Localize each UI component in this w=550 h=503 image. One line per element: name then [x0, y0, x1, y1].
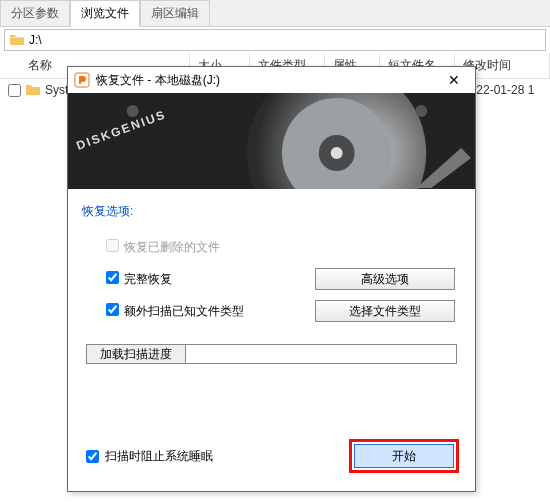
close-icon[interactable]: ✕ [439, 72, 469, 88]
tab-sector-edit[interactable]: 扇区编辑 [140, 0, 210, 26]
chk-sleep[interactable] [86, 450, 99, 463]
lbl-full: 完整恢复 [124, 271, 315, 288]
app-icon [74, 72, 90, 88]
lbl-deleted: 恢复已删除的文件 [124, 239, 455, 256]
dialog-title: 恢复文件 - 本地磁盘(J:) [96, 72, 439, 89]
start-button[interactable]: 开始 [354, 444, 454, 468]
lbl-sleep: 扫描时阻止系统睡眠 [105, 448, 349, 465]
progress-row: 加载扫描进度 [68, 344, 475, 364]
start-highlight: 开始 [349, 439, 459, 473]
dialog-footer: 扫描时阻止系统睡眠 开始 [68, 425, 475, 491]
svg-point-6 [127, 105, 139, 117]
banner: DISKGENIUS [68, 93, 475, 189]
types-button[interactable]: 选择文件类型 [315, 300, 455, 322]
advanced-button[interactable]: 高级选项 [315, 268, 455, 290]
folder-icon [25, 82, 41, 98]
row-checkbox[interactable] [8, 84, 21, 97]
load-progress-button[interactable]: 加载扫描进度 [86, 344, 186, 364]
path-input[interactable] [29, 31, 541, 49]
chk-extra[interactable] [106, 303, 119, 316]
tab-partition-params[interactable]: 分区参数 [0, 0, 70, 26]
tabs: 分区参数 浏览文件 扇区编辑 [0, 0, 550, 27]
options-label: 恢复选项: [68, 189, 475, 226]
svg-point-5 [331, 147, 343, 159]
titlebar: 恢复文件 - 本地磁盘(J:) ✕ [68, 67, 475, 93]
lbl-extra: 额外扫描已知文件类型 [124, 303, 315, 320]
chk-deleted [106, 239, 119, 252]
folder-icon [9, 32, 25, 48]
svg-point-7 [415, 105, 427, 117]
progress-bar [186, 344, 457, 364]
tab-browse-files[interactable]: 浏览文件 [70, 0, 140, 27]
path-bar [4, 29, 546, 51]
chk-full[interactable] [106, 271, 119, 284]
recover-dialog: 恢复文件 - 本地磁盘(J:) ✕ DISKGENIUS 恢复选项: 恢复已删除… [67, 66, 476, 492]
